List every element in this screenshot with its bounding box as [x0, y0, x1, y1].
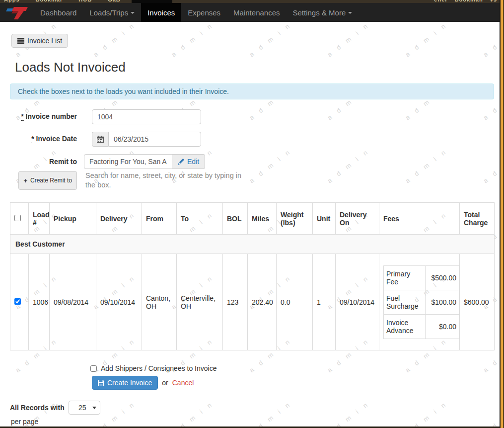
col-delivery: Delivery [96, 203, 142, 235]
window-edge-right [500, 0, 504, 428]
select-all-header [10, 203, 29, 235]
col-from: From [142, 203, 177, 235]
chevron-down-icon [348, 12, 352, 14]
bookmarks-fragment-right: ener Bookman vs [434, 0, 497, 2]
edit-label: Edit [187, 158, 199, 166]
cell-total-charge: $600.00 [460, 254, 495, 350]
edit-remit-button[interactable]: Edit [172, 154, 205, 169]
page-size-value: 25 [72, 404, 92, 412]
fee-row: Primary Fee $500.00 [384, 265, 459, 290]
fee-row: Fuel Surcharge $100.00 [384, 290, 459, 314]
remit-search-help: Search for name, street, city, or state … [85, 171, 252, 190]
invoice-date-input[interactable] [108, 132, 201, 147]
col-pickup: Pickup [50, 203, 96, 235]
invoice-number-input[interactable] [92, 109, 201, 124]
fee-name: Invoice Advance [384, 314, 426, 339]
app-logo[interactable] [0, 3, 34, 22]
col-bol: BOL [223, 203, 248, 235]
nav-item-invoices[interactable]: Invoices [141, 3, 181, 22]
fee-name: Primary Fee [384, 265, 426, 290]
plus-icon: + [23, 177, 27, 184]
invoice-list-label: Invoice List [27, 37, 62, 45]
chevron-down-icon [131, 12, 135, 14]
cell-bol: 123 [223, 254, 248, 350]
page-title: Loads Not Invoiced [15, 60, 504, 75]
nav-item-maintenances[interactable]: Maintenances [227, 3, 286, 22]
row-select-cell [10, 254, 29, 350]
col-weight: Weight (lbs) [277, 203, 313, 235]
cell-delivery: 09/10/2014 [96, 254, 142, 350]
cancel-link[interactable]: Cancel [172, 379, 194, 387]
fee-amount: $500.00 [426, 265, 459, 290]
cell-delivery-on: 09/10/2014 [336, 254, 379, 350]
col-total-charge: Total Charge [460, 203, 495, 235]
list-icon [17, 37, 24, 44]
col-miles: Miles [248, 203, 277, 235]
load-row-checkbox[interactable] [14, 298, 21, 305]
nav-item-loads-trips[interactable]: Loads/Trips [83, 3, 141, 22]
cell-to: Centerville, OH [177, 254, 223, 350]
create-remit-to-label: Create Remit to [30, 177, 72, 184]
remit-to-input[interactable] [84, 154, 172, 169]
invoice-list-button[interactable]: Invoice List [11, 34, 68, 48]
col-to: To [177, 203, 223, 235]
nav-item-settings-more[interactable]: Settings & More [287, 3, 359, 22]
fee-name: Fuel Surcharge [384, 290, 426, 314]
add-shippers-checkbox[interactable] [90, 365, 97, 372]
cell-fees: Primary Fee $500.00 Fuel Surcharge $100.… [379, 254, 460, 350]
info-alert: Check the boxes next to the loads you wa… [10, 84, 494, 99]
browser-bookmarks-strip: Apps Bookmar HUB GaB DYDTC ener Bookman … [0, 0, 504, 3]
cell-from: Canton, OH [142, 254, 177, 350]
cell-weight: 0.0 [277, 254, 313, 350]
col-fees: Fees [379, 203, 460, 235]
nav-item-dashboard[interactable]: Dashboard [34, 3, 83, 22]
create-remit-to-button[interactable]: + Create Remit to [18, 171, 77, 190]
fees-subtable: Primary Fee $500.00 Fuel Surcharge $100.… [383, 265, 459, 339]
table-header-row: Load # Pickup Delivery From To BOL Miles… [10, 203, 495, 235]
loads-table: Load # Pickup Delivery From To BOL Miles… [10, 202, 495, 350]
page-size-select[interactable]: 25 [69, 401, 100, 415]
customer-group-label: Best Customer [10, 235, 495, 254]
col-delivery-on: Delivery On [336, 203, 379, 235]
pencil-icon [178, 159, 184, 165]
select-all-checkbox[interactable] [14, 215, 21, 221]
cell-miles: 202.40 [248, 254, 277, 350]
create-invoice-button[interactable]: Create Invoice [92, 376, 158, 390]
save-icon [98, 380, 104, 386]
cell-pickup: 09/08/2014 [50, 254, 96, 350]
or-text: or [162, 379, 168, 387]
per-page-label: per page [11, 418, 504, 426]
cell-load-number: 1006 [29, 254, 50, 350]
active-tab-notch [132, 0, 172, 3]
col-unit: Unit [313, 203, 336, 235]
select-caret-icon [92, 407, 96, 409]
customer-group-row: Best Customer [10, 235, 495, 254]
required-mark: * [21, 112, 23, 121]
cell-unit: 1 [313, 254, 336, 350]
remit-to-label: Remit to [10, 154, 77, 166]
calendar-icon[interactable] [92, 132, 108, 147]
table-row: 1006 09/08/2014 09/10/2014 Canton, OH Ce… [10, 254, 495, 350]
invoice-number-label: * Invoice number [10, 109, 77, 120]
col-load: Load # [29, 203, 50, 235]
logo-icon [6, 5, 28, 20]
fee-amount: $0.00 [426, 314, 459, 339]
top-navbar: Dashboard Loads/Trips Invoices Expenses … [0, 3, 504, 22]
fee-row: Invoice Advance $0.00 [384, 314, 459, 339]
nav-item-expenses[interactable]: Expenses [181, 3, 227, 22]
required-mark: * [31, 135, 34, 143]
add-shippers-label: Add Shippers / Consignees to Invoice [101, 364, 216, 372]
invoice-date-label: * Invoice Date [10, 132, 77, 143]
all-records-label: All Records with [10, 404, 65, 412]
create-invoice-label: Create Invoice [107, 379, 152, 387]
fee-amount: $100.00 [426, 290, 459, 314]
